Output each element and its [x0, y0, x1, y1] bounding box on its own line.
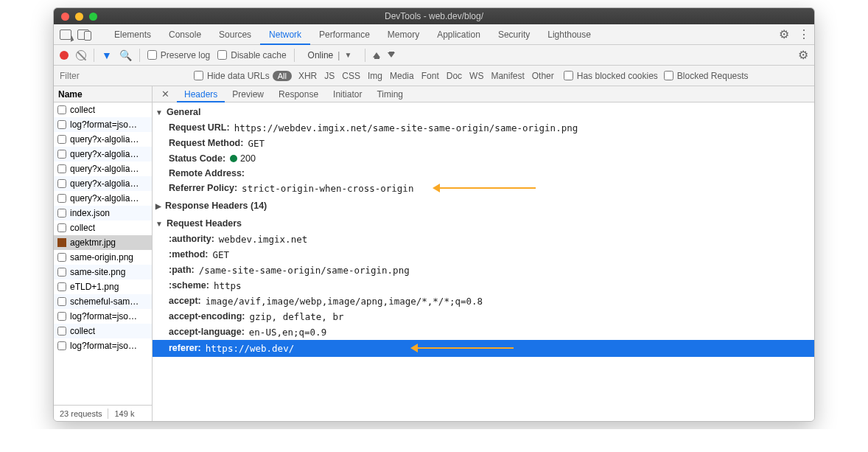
detail-tab-response[interactable]: Response	[271, 86, 326, 102]
request-row-checkbox[interactable]	[57, 268, 66, 277]
request-row-checkbox[interactable]	[57, 120, 66, 129]
has-blocked-cookies-checkbox[interactable]: Has blocked cookies	[564, 71, 658, 81]
filter-input[interactable]	[54, 66, 194, 86]
filter-type-js[interactable]: JS	[321, 71, 338, 81]
request-row[interactable]: collect	[54, 102, 152, 117]
disable-cache-checkbox[interactable]: Disable cache	[217, 50, 286, 60]
request-row[interactable]: query?x-algolia…	[54, 176, 152, 191]
request-row[interactable]: collect	[54, 324, 152, 338]
filter-type-all[interactable]: All	[273, 71, 292, 81]
filter-type-manifest[interactable]: Manifest	[487, 71, 528, 81]
detail-tab-timing[interactable]: Timing	[369, 86, 410, 102]
blocked-requests-checkbox[interactable]: Blocked Requests	[664, 71, 749, 81]
filter-type-css[interactable]: CSS	[338, 71, 364, 81]
filter-type-doc[interactable]: Doc	[443, 71, 466, 81]
device-toolbar-icon[interactable]	[77, 29, 89, 40]
filter-type-media[interactable]: Media	[386, 71, 418, 81]
request-row[interactable]: same-site.png	[54, 265, 152, 279]
request-row[interactable]: schemeful-sam…	[54, 294, 152, 309]
preserve-log-checkbox[interactable]: Preserve log	[147, 50, 210, 60]
request-row-checkbox[interactable]	[57, 150, 66, 159]
detail-tab-headers[interactable]: Headers	[177, 86, 225, 102]
detail-tabbar: ✕ HeadersPreviewResponseInitiatorTiming	[153, 86, 814, 102]
request-row[interactable]: log?format=jso…	[54, 338, 152, 353]
request-row-checkbox[interactable]	[57, 105, 66, 114]
request-row[interactable]: query?x-algolia…	[54, 161, 152, 176]
expand-triangle-icon: ▼	[155, 220, 163, 228]
zoom-window-button[interactable]	[89, 13, 97, 21]
hide-data-urls-checkbox[interactable]: Hide data URLs	[194, 71, 270, 81]
request-row[interactable]: log?format=jso…	[54, 117, 152, 132]
panel-tab-network[interactable]: Network	[260, 24, 310, 45]
request-row[interactable]: query?x-algolia…	[54, 132, 152, 147]
window-title: DevTools - web.dev/blog/	[385, 11, 483, 21]
referer-value: https://web.dev/	[206, 343, 294, 354]
section-response-headers[interactable]: ▶ Response Headers (14)	[153, 196, 814, 214]
panel-tab-sources[interactable]: Sources	[210, 24, 260, 45]
request-row-checkbox[interactable]	[57, 194, 66, 203]
record-button[interactable]	[60, 51, 69, 60]
panel-tab-console[interactable]: Console	[160, 24, 210, 45]
request-row[interactable]: index.json	[54, 206, 152, 220]
close-window-button[interactable]	[61, 13, 69, 21]
detail-pane: ✕ HeadersPreviewResponseInitiatorTiming …	[153, 86, 814, 421]
throttling-select[interactable]: Online | ▼	[302, 50, 358, 60]
request-row[interactable]: eTLD+1.png	[54, 279, 152, 294]
request-row[interactable]: agektmr.jpg	[54, 235, 152, 250]
accept-encoding-value: gzip, deflate, br	[250, 311, 344, 322]
request-name: collect	[70, 105, 95, 115]
request-row[interactable]: log?format=jso…	[54, 309, 152, 324]
filter-type-ws[interactable]: WS	[466, 71, 487, 81]
request-row-checkbox[interactable]	[57, 297, 66, 306]
minimize-window-button[interactable]	[75, 13, 83, 21]
panel-tab-memory[interactable]: Memory	[379, 24, 428, 45]
request-row-checkbox[interactable]	[57, 282, 66, 291]
close-detail-icon[interactable]: ✕	[157, 88, 174, 100]
panel-tab-lighthouse[interactable]: Lighthouse	[539, 24, 600, 45]
detail-tab-initiator[interactable]: Initiator	[326, 86, 369, 102]
settings-gear-icon[interactable]: ⚙	[779, 27, 789, 41]
panel-tab-elements[interactable]: Elements	[105, 24, 160, 45]
request-row[interactable]: query?x-algolia…	[54, 191, 152, 206]
download-har-icon[interactable]	[388, 52, 395, 58]
request-row-checkbox[interactable]	[57, 164, 66, 173]
more-menu-icon[interactable]: ⋮	[798, 27, 808, 41]
request-row-checkbox[interactable]	[57, 179, 66, 188]
filter-type-other[interactable]: Other	[528, 71, 558, 81]
panel-tab-security[interactable]: Security	[489, 24, 539, 45]
request-row-checkbox[interactable]	[57, 327, 66, 335]
request-row-checkbox[interactable]	[57, 341, 66, 350]
panel-tab-application[interactable]: Application	[428, 24, 489, 45]
request-row-checkbox[interactable]	[57, 223, 66, 232]
filter-type-xhr[interactable]: XHR	[295, 71, 321, 81]
section-request-headers[interactable]: ▼ Request Headers	[153, 214, 814, 232]
request-method-value: GET	[248, 138, 265, 149]
filter-type-font[interactable]: Font	[418, 71, 443, 81]
section-general[interactable]: ▼ General	[153, 102, 814, 120]
request-row[interactable]: collect	[54, 220, 152, 235]
accept-value: image/avif,image/webp,image/apng,image/*…	[206, 296, 483, 307]
request-row-checkbox[interactable]	[57, 312, 66, 321]
request-row-checkbox[interactable]	[57, 209, 66, 218]
upload-har-icon[interactable]	[373, 52, 380, 58]
sidebar-name-header[interactable]: Name	[54, 86, 152, 102]
filter-funnel-icon[interactable]: ▼	[102, 49, 112, 61]
request-url-value: https://webdev.imgix.net/same-site-same-…	[234, 122, 578, 133]
panel-tab-performance[interactable]: Performance	[310, 24, 379, 45]
request-row-checkbox[interactable]	[57, 253, 66, 262]
search-icon[interactable]: 🔍	[119, 49, 132, 61]
accept-encoding-key: accept-encoding:	[169, 311, 245, 322]
clear-button[interactable]	[76, 50, 86, 60]
request-name: eTLD+1.png	[70, 282, 119, 292]
chevron-down-icon: ▼	[344, 51, 351, 59]
request-row[interactable]: same-origin.png	[54, 250, 152, 265]
request-name: index.json	[70, 208, 110, 218]
filter-type-img[interactable]: Img	[364, 71, 386, 81]
request-row-checkbox[interactable]	[57, 135, 66, 144]
request-row[interactable]: query?x-algolia…	[54, 147, 152, 161]
network-settings-gear-icon[interactable]: ⚙	[798, 48, 808, 62]
inspect-element-icon[interactable]	[60, 29, 71, 40]
detail-tab-preview[interactable]: Preview	[225, 86, 271, 102]
blocked-requests-label: Blocked Requests	[677, 71, 749, 81]
referrer-policy-key: Referrer Policy:	[169, 183, 237, 194]
